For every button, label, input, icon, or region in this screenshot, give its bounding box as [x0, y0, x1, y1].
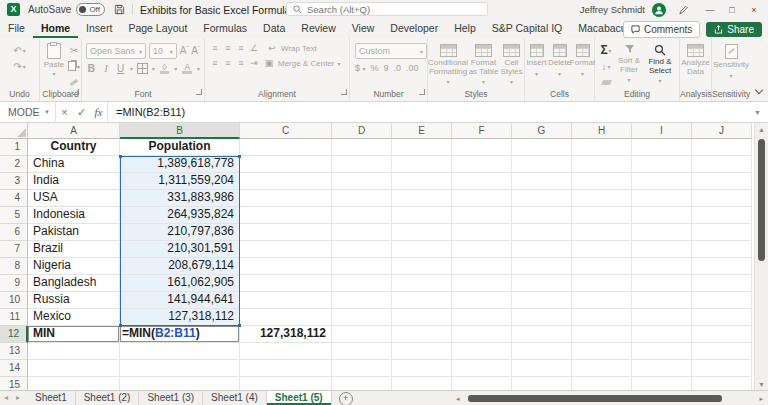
scroll-up-icon[interactable]: ▲ — [755, 126, 768, 133]
menu-tab-home[interactable]: Home — [33, 19, 78, 38]
cell-A1[interactable]: Country — [28, 139, 120, 156]
find-select-button[interactable]: Find & Select▾ — [644, 43, 676, 84]
cell-E1[interactable] — [392, 139, 452, 156]
cell-F15[interactable] — [452, 377, 512, 390]
align-right-icon[interactable]: ≡ — [235, 58, 247, 69]
cell-H8[interactable] — [572, 258, 632, 275]
cell-B1[interactable]: Population — [120, 139, 240, 156]
cell-G3[interactable] — [512, 173, 572, 190]
indent-icon[interactable]: ⇥ — [248, 58, 260, 69]
delete-cells-button[interactable]: Delete▾ — [548, 43, 571, 77]
align-center-icon[interactable]: ≡ — [222, 58, 234, 69]
search-input[interactable]: Search (Alt+Q) — [286, 2, 488, 16]
column-header-G[interactable]: G — [512, 123, 572, 139]
user-name[interactable]: Jeffrey Schmidt — [580, 4, 645, 15]
cell-G14[interactable] — [512, 360, 572, 377]
clipboard-dialog-launcher[interactable] — [73, 89, 79, 95]
cell-B13[interactable] — [120, 343, 240, 360]
cell-D6[interactable] — [332, 224, 392, 241]
cell-E8[interactable] — [392, 258, 452, 275]
cell-D10[interactable] — [332, 292, 392, 309]
cell-A2[interactable]: China — [28, 156, 120, 173]
cell-D9[interactable] — [332, 275, 392, 292]
cell-H4[interactable] — [572, 190, 632, 207]
column-header-C[interactable]: C — [240, 123, 332, 139]
row-header-10[interactable]: 10 — [0, 292, 28, 309]
cell-E10[interactable] — [392, 292, 452, 309]
menu-tab-page-layout[interactable]: Page Layout — [120, 19, 195, 38]
borders-icon[interactable] — [137, 63, 148, 74]
cell-C1[interactable] — [240, 139, 332, 156]
cell-D2[interactable] — [332, 156, 392, 173]
decrease-font-button[interactable]: Aˇ — [191, 45, 200, 56]
cell-J8[interactable] — [692, 258, 752, 275]
cell-E11[interactable] — [392, 309, 452, 326]
autosave-toggle[interactable]: Off — [76, 3, 105, 16]
align-top-icon[interactable]: ≡ — [209, 43, 221, 54]
cell-A6[interactable]: Pakistan — [28, 224, 120, 241]
comma-style-button[interactable]: 9 — [384, 63, 389, 73]
autosum-button[interactable]: Σ▾ — [598, 43, 614, 57]
cell-F13[interactable] — [452, 343, 512, 360]
cell-C13[interactable] — [240, 343, 332, 360]
cell-A15[interactable] — [28, 377, 120, 390]
cell-D1[interactable] — [332, 139, 392, 156]
cell-J10[interactable] — [692, 292, 752, 309]
cell-J13[interactable] — [692, 343, 752, 360]
cell-C15[interactable] — [240, 377, 332, 390]
cell-E6[interactable] — [392, 224, 452, 241]
cell-C2[interactable] — [240, 156, 332, 173]
cell-J9[interactable] — [692, 275, 752, 292]
cell-B14[interactable] — [120, 360, 240, 377]
cell-H5[interactable] — [572, 207, 632, 224]
row-header-7[interactable]: 7 — [0, 241, 28, 258]
cell-G5[interactable] — [512, 207, 572, 224]
cell-F12[interactable] — [452, 326, 512, 343]
underline-button[interactable]: U — [115, 62, 126, 74]
cell-F3[interactable] — [452, 173, 512, 190]
currency-button[interactable]: $ ▾ — [355, 63, 366, 73]
cell-J4[interactable] — [692, 190, 752, 207]
cell-A5[interactable]: Indonesia — [28, 207, 120, 224]
cut-button[interactable]: ✂ — [68, 43, 80, 57]
cell-I3[interactable] — [632, 173, 692, 190]
cell-E2[interactable] — [392, 156, 452, 173]
row-header-4[interactable]: 4 — [0, 190, 28, 207]
cell-H3[interactable] — [572, 173, 632, 190]
cell-A10[interactable]: Russia — [28, 292, 120, 309]
cell-I6[interactable] — [632, 224, 692, 241]
cell-J14[interactable] — [692, 360, 752, 377]
row-header-11[interactable]: 11 — [0, 309, 28, 326]
cell-F1[interactable] — [452, 139, 512, 156]
select-all-corner[interactable] — [0, 123, 28, 139]
cell-C10[interactable] — [240, 292, 332, 309]
cell-A9[interactable]: Bangladesh — [28, 275, 120, 292]
cell-A12[interactable]: MIN — [28, 326, 120, 343]
decrease-decimal-button[interactable]: .00 — [406, 63, 419, 73]
cell-D8[interactable] — [332, 258, 392, 275]
row-header-3[interactable]: 3 — [0, 173, 28, 190]
percent-button[interactable]: % — [371, 63, 379, 73]
cell-J11[interactable] — [692, 309, 752, 326]
cell-J7[interactable] — [692, 241, 752, 258]
increase-decimal-button[interactable]: .0 — [394, 63, 402, 73]
cell-C4[interactable] — [240, 190, 332, 207]
clear-button[interactable] — [598, 75, 614, 89]
cell-I9[interactable] — [632, 275, 692, 292]
avatar[interactable] — [652, 3, 666, 17]
comments-button[interactable]: Comments — [623, 21, 700, 38]
cell-styles-button[interactable]: Cell Styles▾ — [499, 43, 524, 85]
menu-tab-view[interactable]: View — [344, 19, 383, 38]
cell-C11[interactable] — [240, 309, 332, 326]
cell-C14[interactable] — [240, 360, 332, 377]
sort-filter-button[interactable]: Sort & Filter▾ — [614, 43, 644, 83]
menu-tab-file[interactable]: File — [0, 19, 33, 38]
cell-H14[interactable] — [572, 360, 632, 377]
cell-A14[interactable] — [28, 360, 120, 377]
cell-D14[interactable] — [332, 360, 392, 377]
cell-J3[interactable] — [692, 173, 752, 190]
cell-J15[interactable] — [692, 377, 752, 390]
cell-B8[interactable]: 208,679,114 — [120, 258, 240, 275]
formula-bar-expand-icon[interactable]: ▼ — [754, 109, 768, 116]
bold-button[interactable]: B — [86, 62, 97, 74]
